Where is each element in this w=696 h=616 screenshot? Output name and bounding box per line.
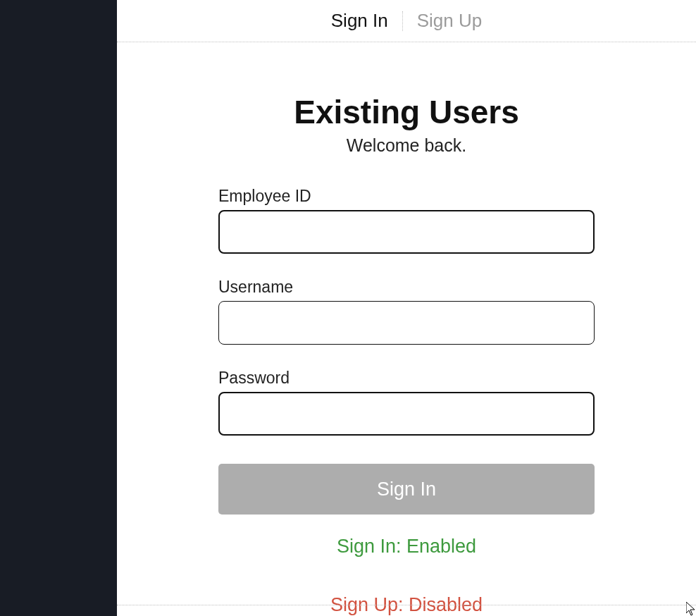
employee-id-label: Employee ID: [218, 187, 595, 206]
main-panel: Sign In Sign Up Existing Users Welcome b…: [117, 0, 696, 616]
page-subtitle: Welcome back.: [347, 135, 466, 156]
content-area: Existing Users Welcome back. Employee ID…: [117, 42, 696, 616]
signin-button[interactable]: Sign In: [218, 464, 595, 515]
employee-id-group: Employee ID: [218, 187, 595, 254]
username-group: Username: [218, 278, 595, 345]
signin-status: Sign In: Enabled: [218, 536, 595, 558]
bottom-divider: [117, 605, 696, 605]
page-title: Existing Users: [294, 93, 519, 131]
password-group: Password: [218, 369, 595, 436]
tab-signin[interactable]: Sign In: [317, 4, 402, 37]
tab-bar: Sign In Sign Up: [117, 0, 696, 42]
signin-form: Employee ID Username Password Sign In Si…: [218, 187, 595, 616]
username-label: Username: [218, 278, 595, 297]
tab-signup[interactable]: Sign Up: [403, 4, 497, 37]
sidebar: [0, 0, 117, 616]
employee-id-input[interactable]: [218, 210, 595, 254]
username-input[interactable]: [218, 301, 595, 345]
password-label: Password: [218, 369, 595, 388]
password-input[interactable]: [218, 392, 595, 436]
